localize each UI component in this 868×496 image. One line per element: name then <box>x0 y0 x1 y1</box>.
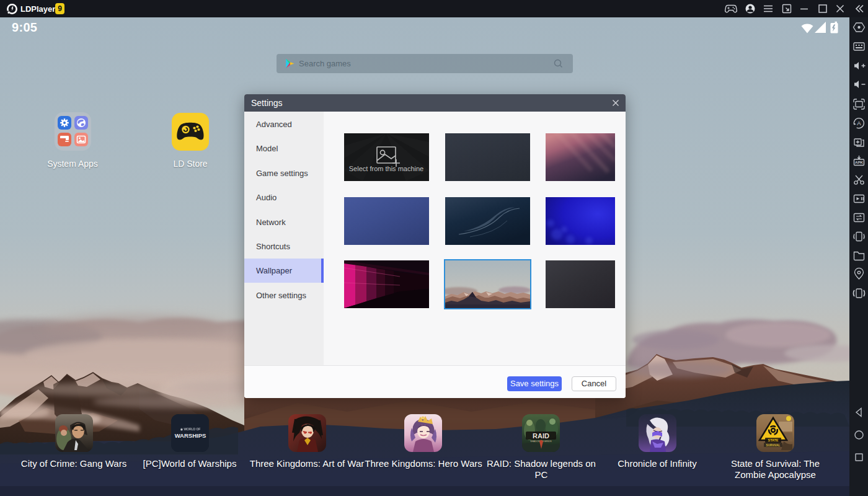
svg-text:A: A <box>857 120 861 126</box>
svg-text:WARSHIPS: WARSHIPS <box>175 432 206 439</box>
svg-text:APK: APK <box>855 160 864 164</box>
svg-text:◉ WORLD OF: ◉ WORLD OF <box>180 427 201 431</box>
svg-text:STATE: STATE <box>768 438 779 442</box>
svg-text:RAID: RAID <box>533 432 549 440</box>
svg-text:SURVIVAL: SURVIVAL <box>766 444 781 447</box>
svg-text:Select from this machine: Select from this machine <box>349 165 423 172</box>
